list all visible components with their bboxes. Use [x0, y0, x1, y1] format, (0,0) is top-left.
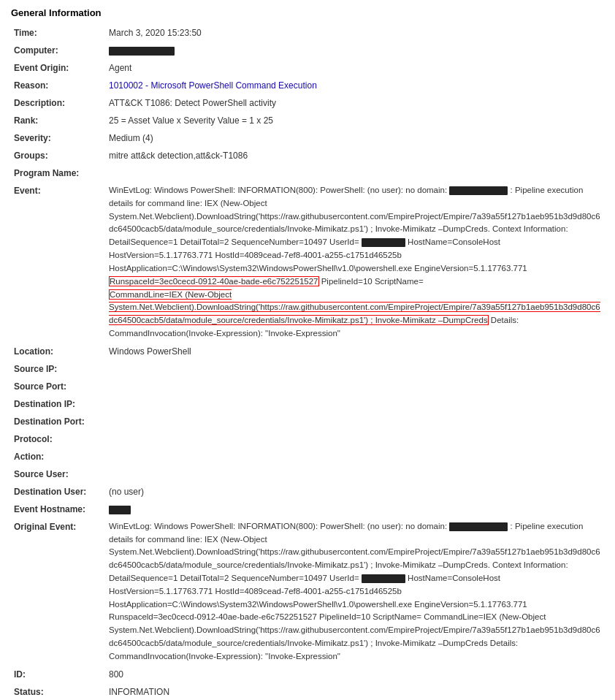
- field-value-status: INFORMATION: [106, 683, 604, 700]
- redacted-orig-domain: [449, 522, 508, 531]
- field-value-action: [106, 448, 604, 465]
- field-label-destination-port: Destination Port:: [11, 413, 106, 430]
- table-row: Protocol:: [11, 430, 604, 448]
- redacted-orig-userid: [362, 574, 405, 583]
- field-label-rank: Rank:: [11, 112, 106, 129]
- table-row: Groups: mitre att&ck detection,att&ck-T1…: [11, 147, 604, 164]
- reason-link[interactable]: 1010002 - Microsoft PowerShell Command E…: [109, 80, 317, 91]
- field-label-location: Location:: [11, 343, 106, 360]
- table-row: Status: INFORMATION: [11, 683, 604, 700]
- table-row: Destination IP:: [11, 395, 604, 413]
- event-text-2: : Pipeline execution details for command…: [109, 186, 600, 246]
- field-label-status: Status:: [11, 683, 106, 700]
- field-value-event: WinEvtLog: Windows PowerShell: INFORMATI…: [106, 182, 604, 343]
- event-highlight-commandline: CommandLine=IEX (New-Object System.Net.W…: [109, 289, 600, 326]
- table-row: Program Name:: [11, 164, 604, 182]
- table-row: ID: 800: [11, 666, 604, 683]
- table-row: Reason: 1010002 - Microsoft PowerShell C…: [11, 77, 604, 94]
- event-pipelineid: PipelineId=10 ScriptName=: [319, 277, 424, 286]
- field-value-event-hostname: [106, 501, 604, 518]
- field-label-description: Description:: [11, 94, 106, 112]
- table-row: Action:: [11, 448, 604, 465]
- field-label-computer: Computer:: [11, 42, 106, 59]
- event-highlight-runspaceid: RunspaceId=3ec0cecd-0912-40ae-bade-e6c75…: [109, 276, 319, 286]
- table-row: Event Hostname:: [11, 501, 604, 518]
- field-label-action: Action:: [11, 448, 106, 465]
- table-row: Source Port:: [11, 378, 604, 395]
- field-value-reason: 1010002 - Microsoft PowerShell Command E…: [106, 77, 604, 94]
- table-row: Computer:: [11, 42, 604, 59]
- field-value-groups: mitre att&ck detection,att&ck-T1086: [106, 147, 604, 164]
- field-value-destination-ip: [106, 395, 604, 413]
- orig-event-text-1: WinEvtLog: Windows PowerShell: INFORMATI…: [109, 522, 447, 530]
- table-row: Event Origin: Agent: [11, 59, 604, 77]
- field-value-description: ATT&CK T1086: Detect PowerShell activity: [106, 94, 604, 112]
- orig-event-text-3: HostName=ConsoleHost HostVersion=5.1.177…: [109, 574, 600, 661]
- field-value-original-event: WinEvtLog: Windows PowerShell: INFORMATI…: [106, 518, 604, 666]
- orig-event-text-2: : Pipeline execution details for command…: [109, 522, 600, 582]
- field-label-reason: Reason:: [11, 77, 106, 94]
- table-row: Original Event: WinEvtLog: Windows Power…: [11, 518, 604, 666]
- table-row: Rank: 25 = Asset Value x Severity Value …: [11, 112, 604, 129]
- table-row: Description: ATT&CK T1086: Detect PowerS…: [11, 94, 604, 112]
- general-information-section: General Information Time: March 3, 2020 …: [11, 7, 604, 700]
- field-value-severity: Medium (4): [106, 129, 604, 147]
- field-value-id: 800: [106, 666, 604, 683]
- field-value-source-user: [106, 465, 604, 483]
- field-value-program-name: [106, 164, 604, 182]
- field-label-destination-user: Destination User:: [11, 483, 106, 501]
- redacted-event-domain: [449, 186, 508, 195]
- field-label-source-ip: Source IP:: [11, 360, 106, 378]
- table-row: Event: WinEvtLog: Windows PowerShell: IN…: [11, 182, 604, 343]
- table-row: Location: Windows PowerShell: [11, 343, 604, 360]
- field-label-severity: Severity:: [11, 129, 106, 147]
- field-value-source-ip: [106, 360, 604, 378]
- table-row: Time: March 3, 2020 15:23:50: [11, 24, 604, 42]
- redacted-computer: [109, 47, 175, 56]
- original-event-text-block: WinEvtLog: Windows PowerShell: INFORMATI…: [109, 520, 601, 663]
- field-value-event-origin: Agent: [106, 59, 604, 77]
- field-label-time: Time:: [11, 24, 106, 42]
- field-label-source-port: Source Port:: [11, 378, 106, 395]
- table-row: Source User:: [11, 465, 604, 483]
- field-label-event: Event:: [11, 182, 106, 343]
- field-value-destination-port: [106, 413, 604, 430]
- field-label-program-name: Program Name:: [11, 164, 106, 182]
- section-title: General Information: [11, 7, 604, 18]
- table-row: Source IP:: [11, 360, 604, 378]
- field-value-location: Windows PowerShell: [106, 343, 604, 360]
- redacted-event-userid: [362, 238, 405, 247]
- field-value-source-port: [106, 378, 604, 395]
- table-row: Destination User: (no user): [11, 483, 604, 501]
- field-label-id: ID:: [11, 666, 106, 683]
- field-label-destination-ip: Destination IP:: [11, 395, 106, 413]
- event-text-block: WinEvtLog: Windows PowerShell: INFORMATI…: [109, 184, 601, 341]
- field-label-source-user: Source User:: [11, 465, 106, 483]
- table-row: Destination Port:: [11, 413, 604, 430]
- redacted-hostname: [109, 506, 131, 514]
- event-text-1: WinEvtLog: Windows PowerShell: INFORMATI…: [109, 186, 447, 194]
- field-value-destination-user: (no user): [106, 483, 604, 501]
- field-value-computer: [106, 42, 604, 59]
- field-label-event-origin: Event Origin:: [11, 59, 106, 77]
- field-label-event-hostname: Event Hostname:: [11, 501, 106, 518]
- info-table: Time: March 3, 2020 15:23:50 Computer: E…: [11, 24, 604, 700]
- field-value-rank: 25 = Asset Value x Severity Value = 1 x …: [106, 112, 604, 129]
- field-label-protocol: Protocol:: [11, 430, 106, 448]
- field-label-groups: Groups:: [11, 147, 106, 164]
- table-row: Severity: Medium (4): [11, 129, 604, 147]
- field-value-protocol: [106, 430, 604, 448]
- field-label-original-event: Original Event:: [11, 518, 106, 666]
- field-value-time: March 3, 2020 15:23:50: [106, 24, 604, 42]
